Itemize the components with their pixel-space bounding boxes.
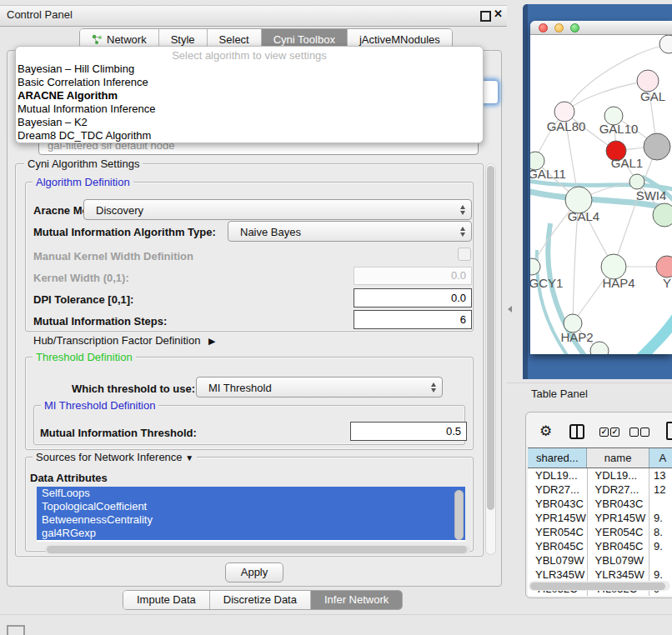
table-row[interactable]: YER054CYER054C8. — [528, 525, 672, 539]
mi-steps-label: Mutual Information Steps: — [33, 315, 167, 328]
select-all-checkbox-icon[interactable]: ✓ — [610, 428, 619, 437]
deselect-all-checkbox-icon[interactable] — [629, 428, 639, 437]
table-row[interactable]: YBR043CYBR043C — [528, 497, 672, 511]
mi-algorithm-type-combo[interactable]: Naive Bayes — [228, 221, 472, 242]
node-hap2-label: HAP2 — [560, 330, 593, 344]
table-horizontal-scrollbar[interactable] — [529, 581, 670, 591]
node-gal1-label: GAL1 — [611, 156, 643, 170]
network-canvas[interactable]: GALGAL80GAL10GAL1GAL11GAL4SWI4GCY1HAP4YH… — [530, 35, 672, 354]
table-cell: YDL19... — [528, 468, 588, 482]
table-cell: YBR045C — [588, 539, 649, 553]
tab-label: Discretize Data — [223, 593, 297, 606]
node-salmon[interactable] — [656, 256, 672, 278]
columns-icon[interactable] — [569, 424, 584, 439]
kernel-width-field[interactable]: 0.0 — [354, 267, 472, 285]
data-attributes-list[interactable]: SelfLoopsTopologicalCoefficientBetweenne… — [37, 487, 465, 542]
float-window-icon[interactable] — [480, 11, 491, 22]
network-graph-icon — [92, 34, 103, 45]
hub-definition-toggle[interactable]: Hub/Transcription Factor Definition ▶ — [33, 334, 215, 347]
popup-item-mutual-information[interactable]: Mutual Information Inference — [16, 102, 483, 116]
which-threshold-combo[interactable]: MI Threshold — [196, 377, 443, 398]
tab-discretize-data[interactable]: Discretize Data — [210, 591, 311, 609]
manual-kernel-width-checkbox[interactable] — [458, 248, 471, 261]
tab-label: Cyni Toolbox — [273, 33, 335, 46]
popup-item-bayesian-hill-climbing[interactable]: Bayesian – Hill Climbing — [16, 62, 483, 76]
node-swi4[interactable] — [629, 174, 644, 189]
group-title: MI Threshold Definition — [41, 399, 158, 412]
column-header[interactable]: shared... — [528, 448, 587, 468]
gear-icon[interactable]: ⚙ — [539, 422, 552, 440]
popup-placeholder: Select algorithm to view settings — [16, 49, 483, 62]
mi-steps-field[interactable]: 6 — [354, 310, 472, 329]
collapse-arrow-icon: ▼ — [185, 453, 193, 462]
sources-toggle[interactable]: Sources for Network Inference ▼ — [33, 451, 197, 463]
attribute-list-item[interactable]: BetweennessCentrality — [37, 513, 465, 527]
popup-item-basic-correlation[interactable]: Basic Correlation Inference — [16, 76, 483, 89]
table-cell: 8. — [649, 525, 672, 539]
popup-item-dream8[interactable]: Dream8 DC_TDC Algorithm — [16, 129, 483, 142]
select-all-checkbox-icon[interactable]: ✓ — [599, 428, 609, 437]
popup-item-aracne[interactable]: ARACNE Algorithm — [16, 89, 483, 102]
export-table-icon[interactable] — [666, 422, 672, 440]
close-traffic-light[interactable] — [539, 23, 548, 32]
table-row[interactable]: YPR145WYPR145W9. — [528, 511, 672, 525]
table-row[interactable]: YBL079WYBL079W — [528, 553, 672, 568]
group-title: Cyni Algorithm Settings — [24, 158, 143, 170]
node-gal10-label: GAL10 — [599, 122, 639, 136]
table-row[interactable]: YBR045CYBR045C9. — [528, 539, 672, 553]
tab-label: jActiveMNodules — [359, 33, 440, 46]
docked-window-icon[interactable] — [7, 625, 25, 635]
table-cell: 13 — [649, 468, 672, 482]
data-attributes-label: Data Attributes — [30, 472, 108, 484]
zoom-traffic-light[interactable] — [570, 23, 579, 32]
node-gal80-label: GAL80 — [547, 119, 586, 133]
table-cell: YBL079W — [588, 553, 649, 568]
node-hap4-label: HAP4 — [602, 276, 634, 290]
splitter-collapse-arrow[interactable] — [508, 306, 512, 312]
deselect-all-checkbox-icon[interactable] — [640, 428, 649, 437]
table-cell: YDL19... — [588, 468, 649, 482]
close-icon[interactable]: ✕ — [494, 8, 503, 20]
horizontal-scrollbar[interactable] — [45, 545, 470, 554]
aracne-mode-combo[interactable]: Discovery — [83, 199, 472, 220]
column-header[interactable]: A — [649, 448, 672, 468]
node-gal-cut-label: GAL — [640, 89, 665, 103]
node-gray[interactable] — [644, 133, 670, 160]
dpi-tolerance-field[interactable]: 0.0 — [354, 288, 472, 308]
column-header[interactable]: name — [587, 448, 649, 468]
network-view-window: GALGAL80GAL10GAL1GAL11GAL4SWI4GCY1HAP4YH… — [530, 21, 672, 354]
table-cell: YER054C — [528, 525, 588, 539]
network-window-titlebar[interactable] — [530, 21, 672, 35]
table-cell: 9. — [649, 539, 672, 553]
panel-divider-line — [0, 614, 672, 615]
node-top-cut[interactable] — [659, 35, 672, 53]
attribute-list-item[interactable]: SelfLoops — [37, 487, 465, 500]
node-salmon-label: Y — [663, 276, 671, 290]
mi-threshold-field[interactable]: 0.5 — [350, 422, 467, 441]
stepper-icon — [460, 205, 465, 215]
expand-arrow-icon: ▶ — [208, 336, 215, 346]
algorithm-dropdown-popup: Select algorithm to view settings Bayesi… — [15, 46, 484, 143]
node-right-green[interactable] — [653, 203, 672, 227]
minimize-traffic-light[interactable] — [554, 23, 564, 32]
tab-infer-network[interactable]: Infer Network — [311, 591, 402, 609]
node-table: shared...nameA YDL19...YDL19...13YDR27..… — [528, 448, 672, 596]
apply-button[interactable]: Apply — [225, 562, 283, 582]
table-cell: YER054C — [588, 525, 649, 539]
app-root: Control Panel ✕ Network Style Select Cyn… — [0, 0, 672, 635]
table-row[interactable]: YLR345WYLR345W9. — [528, 568, 672, 582]
table-row[interactable]: YDL19...YDL19...13 — [528, 468, 672, 482]
attribute-list-item[interactable]: gal4RGexp — [37, 527, 465, 540]
attribute-list-item[interactable]: TopologicalCoefficient — [37, 500, 465, 513]
tab-impute-data[interactable]: Impute Data — [123, 591, 210, 609]
list-scrollbar-thumb[interactable] — [454, 490, 464, 540]
table-cell: YLR345W — [528, 568, 588, 582]
node-gal4-label: GAL4 — [568, 209, 599, 223]
popup-item-bayesian-k2[interactable]: Bayesian – K2 — [16, 116, 483, 129]
stepper-icon — [431, 382, 436, 392]
table-cell: YBR043C — [588, 497, 649, 511]
vertical-scrollbar[interactable] — [485, 163, 496, 555]
table-header-row: shared...nameA — [528, 448, 672, 468]
table-row[interactable]: YDR27...YDR27...12 — [528, 482, 672, 497]
kernel-width-label: Kernel Width (0,1): — [33, 272, 129, 284]
